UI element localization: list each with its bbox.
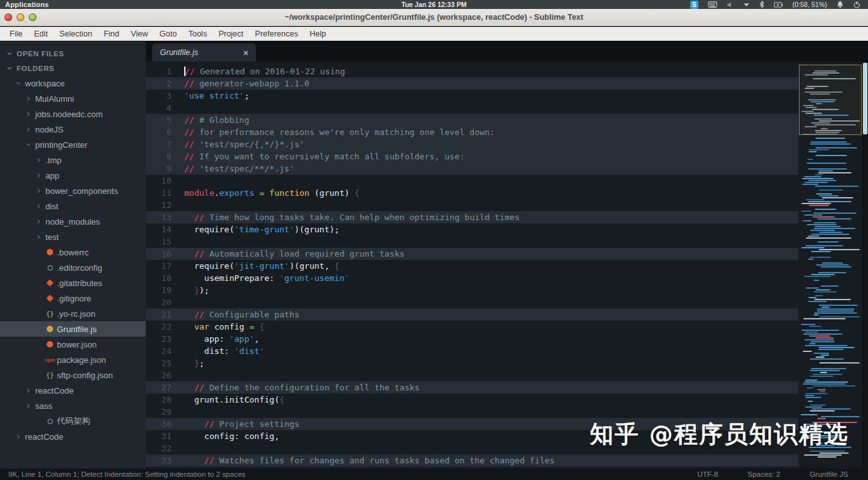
line-number[interactable]: 7 (146, 140, 171, 149)
tree-file-.gitattributes[interactable]: .gitattributes (0, 275, 146, 291)
chevron-right-icon[interactable]: › (24, 402, 33, 410)
line-number[interactable]: 17 (146, 261, 171, 271)
line-number[interactable]: 9 (146, 164, 171, 173)
code-line-24[interactable]: 24 dist: 'dist' (146, 345, 798, 357)
line-number[interactable]: 11 (146, 188, 171, 198)
menu-file[interactable]: File (4, 28, 28, 40)
open-files-section-header[interactable]: › OPEN FILES (0, 46, 146, 61)
status-syntax[interactable]: Gruntfile JS (810, 470, 848, 478)
scrollbar-thumb[interactable] (863, 63, 867, 134)
code-line-18[interactable]: 18 useminPrepare: 'grunt-usemin' (146, 272, 798, 284)
line-number[interactable]: 25 (146, 358, 171, 368)
chevron-down-icon[interactable]: › (25, 141, 33, 149)
tree-folder-jobs.nodeedc.com[interactable]: ›jobs.nodeedc.com (0, 106, 146, 122)
line-number[interactable]: 2 (146, 79, 171, 88)
tree-file-package.json[interactable]: npmpackage.json (0, 352, 146, 367)
code-line-5[interactable]: 5// # Globbing (146, 114, 798, 126)
status-indentation[interactable]: Spaces: 2 (748, 470, 780, 478)
line-number[interactable]: 10 (146, 176, 171, 186)
tree-folder-reactCode[interactable]: ›reactCode (0, 383, 146, 398)
line-number[interactable]: 15 (146, 237, 171, 246)
line-number[interactable]: 31 (146, 431, 171, 441)
menu-goto[interactable]: Goto (154, 28, 182, 40)
tree-folder-reactCode[interactable]: ›reactCode (0, 429, 146, 444)
minimap-viewport[interactable] (799, 65, 862, 135)
tree-file-代码架构[interactable]: 代码架构 (0, 413, 146, 429)
code-line-28[interactable]: 28 grunt.initConfig({ (146, 394, 798, 406)
code-line-2[interactable]: 2// generator-webapp 1.1.0 (146, 77, 798, 90)
code-line-26[interactable]: 26 (146, 369, 798, 381)
tree-folder-workspace[interactable]: ›workspace (0, 76, 146, 91)
folders-section-header[interactable]: › FOLDERS (0, 61, 146, 76)
tree-folder-test[interactable]: ›test (0, 229, 146, 244)
line-number[interactable]: 12 (146, 200, 171, 210)
network-caret-icon[interactable] (743, 3, 750, 7)
tree-folder-dist[interactable]: ›dist (0, 198, 146, 214)
line-number[interactable]: 24 (146, 346, 171, 356)
code-line-9[interactable]: 9// 'test/spec/**/*.js' (146, 163, 798, 175)
code-line-14[interactable]: 14 require('time-grunt')(grunt); (146, 223, 798, 236)
tree-folder-app[interactable]: ›app (0, 168, 146, 183)
code-line-1[interactable]: 1// Generated on 2016-01-22 using (146, 65, 798, 77)
code-line-16[interactable]: 16 // Automatically load required grunt … (146, 248, 798, 260)
tree-file-sftp-config.json[interactable]: {}sftp-config.json (0, 367, 146, 383)
bell-icon[interactable] (837, 1, 844, 8)
line-number[interactable]: 32 (146, 444, 171, 453)
code-line-22[interactable]: 22 var config = { (146, 321, 798, 333)
menu-find[interactable]: Find (98, 28, 125, 40)
code-line-10[interactable]: 10 (146, 175, 798, 187)
code-line-29[interactable]: 29 (146, 406, 798, 418)
bluetooth-icon[interactable] (759, 1, 764, 8)
line-number[interactable]: 21 (146, 310, 171, 319)
line-number[interactable]: 19 (146, 285, 171, 295)
code-line-17[interactable]: 17 require('jit-grunt')(grunt, { (146, 260, 798, 272)
code-line-3[interactable]: 3'use strict'; (146, 90, 798, 102)
tree-folder-sass[interactable]: ›sass (0, 398, 146, 413)
chevron-right-icon[interactable]: › (14, 433, 22, 440)
volume-muted-icon[interactable] (727, 1, 734, 8)
menu-help[interactable]: Help (304, 28, 332, 40)
tree-folder-node_modules[interactable]: ›node_modules (0, 214, 146, 229)
chevron-right-icon[interactable]: › (35, 202, 43, 210)
line-number[interactable]: 23 (146, 334, 171, 344)
code-line-27[interactable]: 27 // Define the configuration for all t… (146, 381, 798, 394)
menu-edit[interactable]: Edit (28, 28, 54, 40)
code-line-23[interactable]: 23 app: 'app', (146, 333, 798, 345)
chevron-right-icon[interactable]: › (35, 218, 43, 225)
menu-project[interactable]: Project (213, 28, 249, 40)
line-number[interactable]: 22 (146, 322, 171, 332)
tree-folder-.tmp[interactable]: ›.tmp (0, 152, 146, 168)
code-line-13[interactable]: 13 // Time how long tasks take. Can help… (146, 211, 798, 223)
chevron-right-icon[interactable]: › (35, 233, 43, 241)
tree-folder-printingCenter[interactable]: ›printingCenter (0, 137, 146, 152)
menu-view[interactable]: View (125, 28, 154, 40)
code-line-11[interactable]: 11module.exports = function (grunt) { (146, 187, 798, 199)
tree-file-.gitignore[interactable]: .gitignore (0, 291, 146, 306)
line-number[interactable]: 26 (146, 371, 171, 380)
code-line-4[interactable]: 4 (146, 102, 798, 114)
menu-selection[interactable]: Selection (54, 28, 98, 40)
line-number[interactable]: 27 (146, 383, 171, 392)
menu-tools[interactable]: Tools (182, 28, 212, 40)
code-line-8[interactable]: 8// If you want to recursively match all… (146, 150, 798, 163)
line-number[interactable]: 30 (146, 419, 171, 429)
line-number[interactable]: 33 (146, 456, 171, 465)
input-method-icon[interactable]: S (690, 1, 698, 9)
keyboard-icon[interactable] (708, 1, 717, 8)
line-number[interactable]: 16 (146, 249, 171, 259)
code-line-20[interactable]: 20 (146, 296, 798, 308)
tree-file-Gruntfile.js[interactable]: Gruntfile.js (0, 321, 146, 337)
line-number[interactable]: 4 (146, 103, 171, 113)
tree-file-.editorconfig[interactable]: .editorconfig (0, 260, 146, 275)
chevron-right-icon[interactable]: › (24, 110, 33, 118)
line-number[interactable]: 1 (146, 67, 171, 76)
line-number[interactable]: 20 (146, 298, 171, 307)
line-number[interactable]: 3 (146, 91, 171, 100)
code-line-33[interactable]: 33 // Watches files for changes and runs… (146, 454, 798, 467)
line-number[interactable]: 13 (146, 212, 171, 222)
power-icon[interactable] (853, 1, 860, 8)
minimap[interactable] (798, 61, 862, 468)
vertical-scrollbar[interactable] (862, 61, 868, 468)
tab-close-icon[interactable]: × (243, 48, 248, 58)
menu-preferences[interactable]: Preferences (249, 28, 304, 40)
